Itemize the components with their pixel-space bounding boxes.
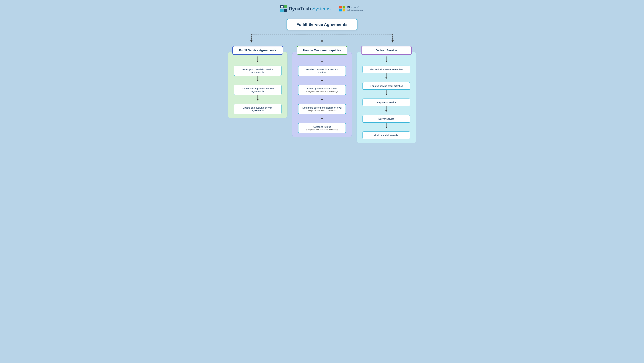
ms-text-block: Microsoft Solutions Partner	[347, 6, 364, 12]
top-box-label: Fulfill Service Agreements	[296, 22, 348, 27]
col3-connector-4	[386, 123, 386, 127]
columns-row: Fulfill Service Agreements Develop and e…	[220, 46, 424, 143]
col2-header: Handle Customer Inquiries	[297, 46, 348, 55]
col2-item4-text: Authorize returns	[301, 126, 343, 128]
col1-header-label: Fulfill Service Agreements	[239, 49, 276, 52]
header: DynaTechSystems Microsoft Solutions Part…	[280, 3, 364, 14]
logo-systems-text: Systems	[312, 6, 330, 12]
col1-item2-text: Monitor and implement service agreements	[237, 87, 279, 92]
col3-item3-text: Prepare for service	[365, 101, 407, 104]
col2-item1-text: Receive customer inquiries and prioritiz…	[301, 68, 343, 74]
col3-connector-1	[386, 73, 386, 78]
top-box-wrapper: Fulfill Service Agreements	[286, 19, 358, 30]
col1-header: Fulfill Service Agreements	[232, 46, 283, 55]
col2-header-label: Handle Customer Inquiries	[303, 49, 341, 52]
column-inquiries: Handle Customer Inquiries Receive custom…	[292, 46, 352, 137]
col2-item3-text: Determine customer satisfaction level	[301, 106, 343, 109]
col2-item-3: Determine customer satisfaction level (I…	[298, 104, 346, 114]
col1-item3-text: Update and evaluate service agreements	[237, 106, 279, 112]
col1-connector-1	[258, 76, 258, 80]
col3-item-5: Finalize and close order	[362, 132, 410, 139]
column-fulfill: Fulfill Service Agreements Develop and e…	[228, 46, 288, 118]
main-diagram: Fulfill Service Agreements Fulfill Servi…	[220, 19, 424, 143]
col1-item-2: Monitor and implement service agreements	[234, 85, 282, 95]
col3-header-label: Deliver Service	[376, 49, 397, 52]
col3-item-1: Plan and allocate service orders	[362, 66, 410, 73]
col3-item-2: Dispatch service order activities	[362, 82, 410, 90]
col2-connector-3	[322, 114, 322, 118]
col3-first-connector	[386, 56, 386, 61]
logo-dyna-text: DynaTech	[288, 6, 311, 12]
ms-label: Microsoft	[347, 6, 364, 9]
col2-connector-1	[322, 76, 322, 80]
col1-item-1: Develop and establish service agreements	[234, 66, 282, 76]
col3-connector-2	[386, 90, 386, 94]
col2-item4-sub: (Integrates with Sales and marketing)	[301, 129, 343, 131]
col2-item-4: Authorize returns (Integrates with Sales…	[298, 123, 346, 133]
col3-item5-text: Finalize and close order	[365, 134, 407, 137]
col2-item2-text: follow up on customer cases	[301, 87, 343, 90]
dynatech-logo: DynaTechSystems	[280, 5, 330, 12]
top-box: Fulfill Service Agreements	[286, 19, 358, 30]
col3-connector-3	[386, 106, 386, 110]
col1-item1-text: Develop and establish service agreements	[237, 68, 279, 74]
col1-item-3: Update and evaluate service agreements	[234, 104, 282, 114]
column-deliver: Deliver Service Plan and allocate servic…	[356, 46, 416, 143]
svg-rect-2	[280, 9, 284, 12]
ms-grid-icon	[340, 6, 345, 12]
col2-item-2: follow up on customer cases (Integrates …	[298, 85, 346, 95]
svg-rect-4	[281, 6, 283, 8]
col2-item2-sub: (Integrates with Sales and marketing)	[301, 90, 343, 92]
col3-container: Plan and allocate service orders Dispatc…	[356, 52, 416, 143]
col2-item3-sub: (Integrates with Human resources)	[301, 110, 343, 112]
col3-header: Deliver Service	[361, 46, 412, 55]
svg-marker-9	[250, 40, 252, 42]
col1-container: Develop and establish service agreements…	[228, 52, 288, 118]
col1-first-connector	[258, 56, 258, 61]
dynatech-icon	[280, 5, 287, 12]
col2-connector-2	[322, 95, 322, 100]
ms-sub-label: Solutions Partner	[347, 9, 364, 12]
svg-marker-6	[321, 40, 323, 42]
top-connectors-svg	[220, 30, 424, 46]
svg-rect-3	[284, 9, 287, 12]
col1-connector-2	[258, 95, 258, 100]
col3-item1-text: Plan and allocate service orders	[365, 68, 407, 71]
header-divider	[335, 5, 335, 12]
col2-container: Receive customer inquiries and prioritiz…	[292, 52, 352, 137]
col3-item2-text: Dispatch service order activities	[365, 84, 407, 87]
microsoft-logo: Microsoft Solutions Partner	[340, 6, 364, 12]
svg-marker-12	[392, 40, 394, 42]
col2-first-connector	[322, 56, 322, 61]
svg-rect-1	[284, 5, 287, 8]
col3-item-3: Prepare for service	[362, 98, 410, 106]
col2-item-1: Receive customer inquiries and prioritiz…	[298, 66, 346, 76]
col3-item-4: Deliver Service	[362, 115, 410, 123]
col3-item4-text: Deliver Service	[365, 118, 407, 120]
